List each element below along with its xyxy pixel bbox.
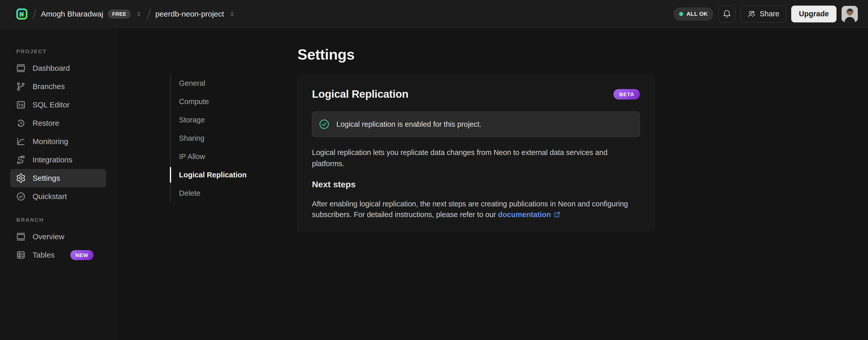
project-nav: Dashboard Branches SQL Editor xyxy=(0,59,116,206)
sidebar-section-project: PROJECT xyxy=(16,48,116,54)
main-area: General Compute Storage Sharing IP Allow… xyxy=(117,28,868,340)
sidebar-item-integrations[interactable]: Integrations xyxy=(10,151,106,169)
chevron-updown-icon xyxy=(135,10,143,18)
sidebar-section-branch: BRANCH xyxy=(16,217,116,223)
success-check-icon xyxy=(318,119,330,130)
new-badge: NEW xyxy=(70,250,94,260)
header-actions: ALL OK Share Upgrade xyxy=(674,6,858,22)
sidebar-item-overview[interactable]: Overview xyxy=(10,228,106,246)
page-title: Settings xyxy=(298,46,654,63)
upgrade-button[interactable]: Upgrade xyxy=(791,6,836,22)
monitoring-icon xyxy=(16,136,26,147)
settings-tab-sharing[interactable]: Sharing xyxy=(171,129,247,147)
branches-icon xyxy=(16,81,26,92)
sql-editor-icon xyxy=(16,100,26,110)
sidebar-item-monitoring[interactable]: Monitoring xyxy=(10,132,106,151)
breadcrumb-project[interactable]: peerdb-neon-project xyxy=(155,10,236,18)
settings-tab-storage[interactable]: Storage xyxy=(171,111,247,129)
settings-subnav: General Compute Storage Sharing IP Allow… xyxy=(170,74,247,202)
gear-icon xyxy=(16,173,26,183)
users-icon xyxy=(747,10,756,18)
bell-icon xyxy=(722,10,731,18)
settings-content: Settings Logical Replication BETA Logica… xyxy=(298,46,654,231)
notifications-button[interactable] xyxy=(718,6,735,22)
integrations-icon xyxy=(16,155,26,165)
avatar-photo xyxy=(842,6,858,22)
logical-replication-card: Logical Replication BETA Logical replica… xyxy=(298,75,654,231)
breadcrumb-org[interactable]: Amogh Bharadwaj FREE xyxy=(41,9,143,19)
restore-icon xyxy=(16,118,26,128)
dashboard-icon xyxy=(16,63,26,73)
share-button[interactable]: Share xyxy=(740,6,786,22)
status-text: ALL OK xyxy=(686,11,708,17)
chevron-updown-icon xyxy=(228,10,236,18)
sidebar-item-restore[interactable]: Restore xyxy=(10,114,106,132)
next-steps-text: After enabling logical replication, the … xyxy=(312,199,640,220)
external-link-icon xyxy=(553,211,561,218)
settings-tab-delete[interactable]: Delete xyxy=(171,184,247,202)
sidebar-item-settings[interactable]: Settings xyxy=(10,169,106,187)
org-name: Amogh Bharadwaj xyxy=(41,10,103,18)
app-header: Amogh Bharadwaj FREE peerdb-neon-project… xyxy=(0,0,868,28)
tables-icon xyxy=(16,250,26,260)
branch-nav: Overview Tables NEW xyxy=(0,228,116,264)
card-header: Logical Replication BETA xyxy=(312,88,640,100)
sidebar-item-dashboard[interactable]: Dashboard xyxy=(10,59,106,77)
documentation-link[interactable]: documentation xyxy=(498,210,551,219)
breadcrumb-separator xyxy=(33,9,37,19)
sidebar: PROJECT Dashboard Branches xyxy=(0,28,117,340)
share-label: Share xyxy=(760,10,779,18)
neon-logo[interactable] xyxy=(16,8,28,20)
sidebar-item-quickstart[interactable]: Quickstart xyxy=(10,187,106,206)
sidebar-item-sql-editor[interactable]: SQL Editor xyxy=(10,96,106,114)
overview-icon xyxy=(16,232,26,242)
status-dot-icon xyxy=(679,12,683,16)
settings-tab-compute[interactable]: Compute xyxy=(171,92,247,111)
breadcrumb-separator xyxy=(147,9,151,19)
replication-enabled-alert: Logical replication is enabled for this … xyxy=(312,111,640,137)
replication-description: Logical replication lets you replicate d… xyxy=(312,147,640,169)
plan-badge: FREE xyxy=(108,9,131,19)
card-title: Logical Replication xyxy=(312,88,408,100)
status-pill[interactable]: ALL OK xyxy=(674,7,713,21)
settings-tab-ip-allow[interactable]: IP Allow xyxy=(171,147,247,166)
settings-tab-general[interactable]: General xyxy=(171,74,247,92)
settings-tab-logical-replication[interactable]: Logical Replication xyxy=(171,166,247,184)
alert-text: Logical replication is enabled for this … xyxy=(336,120,482,129)
next-steps-title: Next steps xyxy=(312,179,640,189)
sidebar-item-branches[interactable]: Branches xyxy=(10,77,106,96)
check-circle-icon xyxy=(16,191,26,202)
sidebar-item-tables[interactable]: Tables NEW xyxy=(10,246,106,264)
beta-badge: BETA xyxy=(614,89,640,100)
project-name: peerdb-neon-project xyxy=(155,10,224,18)
user-avatar[interactable] xyxy=(842,6,858,22)
